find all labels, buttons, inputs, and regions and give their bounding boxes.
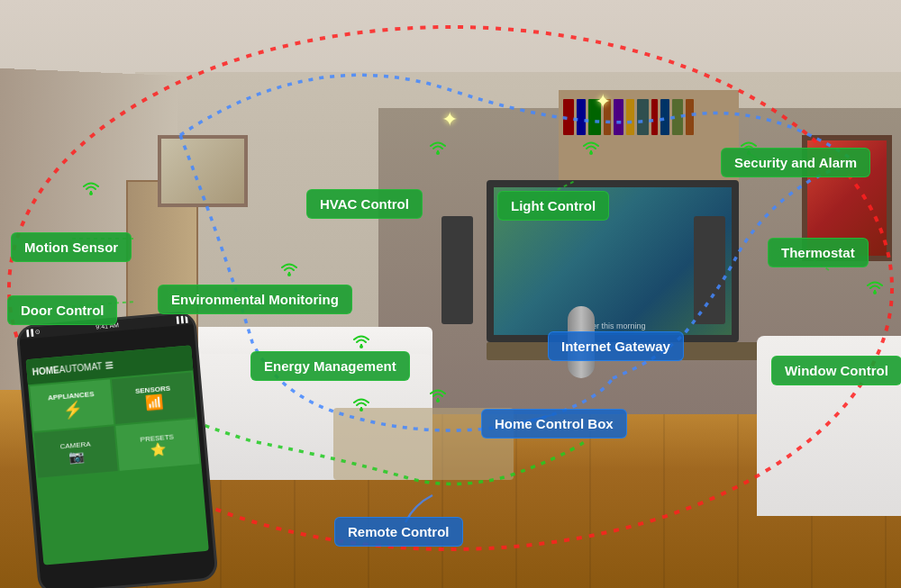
svg-point-13 [873,291,877,294]
wifi-icon-0 [428,140,448,160]
book [686,99,694,135]
wifi-icon-2 [739,140,759,160]
wifi-icon-7 [865,279,885,300]
book [637,99,649,135]
appliances-cell[interactable]: APPLIANCES ⚡ [30,379,114,431]
speaker-left [441,216,473,324]
phone-logo: HOMEAUTOMAT ☰ [32,360,113,377]
book [660,99,669,135]
book [577,99,586,135]
wifi-icon-6 [428,387,448,408]
right-chair [757,336,901,516]
smart-home-scene: Enter this morning [0,0,901,588]
svg-point-14 [359,408,363,412]
wifi-icon-1 [581,140,601,160]
book [614,99,623,135]
wifi-icon-4 [279,261,299,282]
books [563,99,734,144]
cylinder-device [568,306,595,378]
speaker-right [694,216,725,324]
book [626,99,634,135]
camera-cell[interactable]: CAMERA 📷 [34,426,118,478]
book [563,99,574,135]
painting-right [802,135,892,261]
tv-console [487,342,775,360]
wifi-icon-3 [81,180,101,201]
sensors-cell[interactable]: SENSORS 📶 [112,372,196,424]
svg-point-10 [287,273,291,276]
smartphone[interactable]: ▐▐ ⊙ 9:41 AM ▐▐▐ HOMEAUTOMAT ☰ APPLIANCE… [15,311,218,588]
phone-grid: APPLIANCES ⚡ SENSORS 📶 CAMERA 📷 PRESETS … [28,370,202,480]
svg-point-9 [89,192,93,195]
sparkle-2: ✦ [595,90,611,113]
svg-point-12 [436,399,440,403]
svg-point-11 [359,345,363,348]
book [672,99,683,135]
phone-screen[interactable]: HOMEAUTOMAT ☰ APPLIANCES ⚡ SENSORS 📶 CAM… [26,345,209,565]
svg-point-8 [747,151,751,155]
phone-time: 9:41 AM [96,321,119,330]
book [651,99,658,135]
presets-cell[interactable]: PRESETS ⭐ [115,419,199,471]
svg-point-6 [436,151,440,155]
painting-left [158,135,248,207]
wifi-icon-5 [351,333,371,354]
sparkle-1: ✦ [441,108,458,131]
wifi-icon-8 [351,396,371,417]
svg-point-7 [589,151,593,155]
coffee-table [333,408,514,480]
